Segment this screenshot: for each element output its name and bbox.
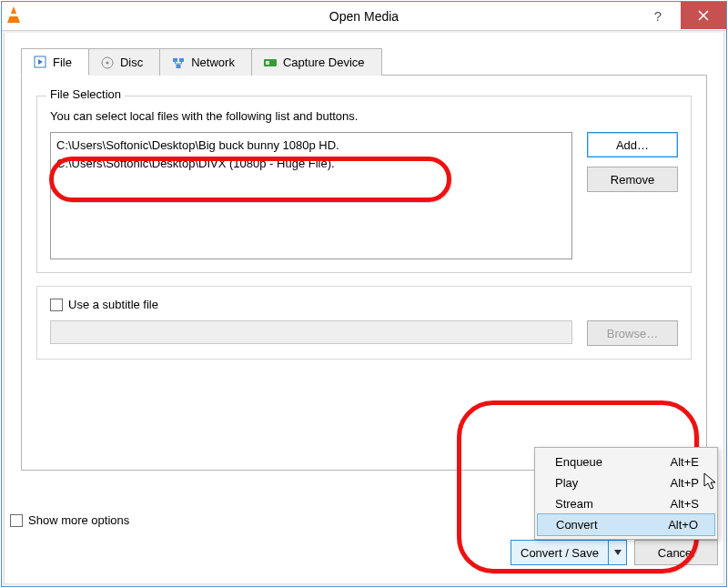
file-selection-hint: You can select local files with the foll… (50, 109, 678, 123)
menu-item-stream[interactable]: Stream Alt+S (535, 493, 717, 514)
subtitle-path-input (50, 320, 572, 344)
cancel-button[interactable]: Cancel (634, 540, 718, 565)
file-list-item[interactable]: C:\Users\Softonic\Desktop\DIVX (1080p - … (56, 155, 566, 173)
menu-item-enqueue[interactable]: Enqueue Alt+E (535, 451, 717, 472)
close-button[interactable] (681, 2, 726, 29)
svg-rect-5 (177, 65, 181, 68)
menu-item-label: Convert (556, 518, 598, 532)
convert-save-button[interactable]: Convert / Save (511, 540, 627, 565)
browse-button: Browse… (587, 320, 678, 346)
menu-item-shortcut: Alt+O (668, 518, 698, 532)
tab-file-label: File (53, 56, 72, 69)
action-row: Convert / Save Cancel (511, 540, 718, 565)
file-list-item[interactable]: C:\Users\Softonic\Desktop\Big buck bunny… (56, 137, 566, 155)
file-list[interactable]: C:\Users\Softonic\Desktop\Big buck bunny… (50, 132, 572, 259)
file-selection-group: File Selection You can select local file… (36, 96, 692, 273)
file-play-icon (33, 55, 47, 69)
capture-card-icon (263, 56, 278, 70)
subtitle-group: Use a subtitle file Browse… (36, 286, 692, 360)
add-button[interactable]: Add… (587, 132, 678, 157)
checkbox-icon (50, 299, 63, 311)
help-button[interactable]: ? (635, 2, 681, 29)
tab-network-label: Network (191, 56, 235, 69)
close-icon (698, 10, 709, 21)
menu-item-shortcut: Alt+E (671, 455, 699, 469)
svg-rect-4 (179, 58, 184, 62)
menu-item-shortcut: Alt+S (671, 497, 699, 511)
open-media-window: Open Media ? File Disc (1, 1, 727, 587)
remove-button[interactable]: Remove (587, 167, 678, 192)
chevron-down-icon (614, 550, 622, 555)
show-more-options-label: Show more options (28, 513, 129, 527)
tab-disc[interactable]: Disc (88, 48, 160, 76)
cursor-pointer-icon (703, 471, 719, 492)
tab-network[interactable]: Network (159, 48, 252, 76)
menu-item-label: Enqueue (555, 455, 602, 469)
svg-rect-3 (173, 58, 177, 62)
convert-save-dropdown[interactable] (609, 540, 627, 565)
titlebar: Open Media ? (2, 2, 726, 31)
show-more-options-checkbox[interactable]: Show more options (10, 513, 129, 527)
file-selection-title: File Selection (46, 87, 125, 101)
window-title: Open Media (2, 9, 726, 24)
use-subtitle-checkbox[interactable]: Use a subtitle file (50, 298, 678, 311)
menu-item-convert[interactable]: Convert Alt+O (537, 513, 715, 536)
menu-item-shortcut: Alt+P (671, 476, 699, 490)
menu-item-label: Stream (555, 497, 593, 511)
file-buttons: Add… Remove (587, 132, 678, 259)
convert-save-menu: Enqueue Alt+E Play Alt+P Stream Alt+S Co… (534, 447, 718, 540)
menu-item-label: Play (555, 476, 578, 490)
disc-icon (100, 56, 115, 70)
menu-item-play[interactable]: Play Alt+P (535, 472, 717, 493)
tab-capture[interactable]: Capture Device (251, 48, 382, 76)
tab-file[interactable]: File (21, 48, 89, 76)
svg-rect-7 (266, 61, 269, 65)
tab-disc-label: Disc (120, 56, 143, 69)
network-icon (171, 56, 186, 70)
convert-save-label[interactable]: Convert / Save (511, 540, 609, 565)
use-subtitle-label: Use a subtitle file (68, 298, 158, 311)
svg-point-2 (106, 61, 108, 64)
client-area: File Disc Network Capture Device (4, 33, 724, 584)
tabstrip: File Disc Network Capture Device (21, 47, 707, 76)
window-buttons: ? (635, 2, 726, 29)
checkbox-icon (10, 514, 23, 527)
tab-capture-label: Capture Device (283, 56, 365, 69)
tabpanel-file: File Selection You can select local file… (21, 76, 707, 471)
